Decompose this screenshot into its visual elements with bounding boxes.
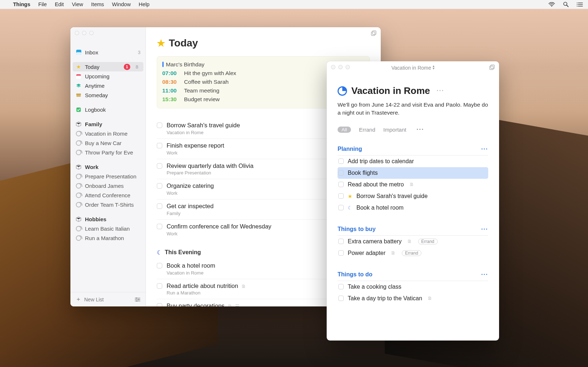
sidebar-project[interactable]: Buy a New Car — [70, 138, 146, 148]
minimize-button[interactable] — [82, 31, 86, 35]
checkbox[interactable] — [338, 182, 344, 187]
sidebar-count: 3 — [138, 50, 140, 55]
menu-view[interactable]: View — [72, 1, 83, 7]
app-menu[interactable]: Things — [13, 1, 30, 7]
stack-icon — [75, 83, 82, 89]
checkbox[interactable] — [157, 163, 162, 169]
sidebar-project[interactable]: Order Team T-Shirts — [70, 200, 146, 209]
todo-item[interactable]: ☾Book a hotel room — [338, 202, 488, 214]
checkbox[interactable] — [338, 170, 344, 176]
todo-item[interactable]: Power adapter🗎Errand — [338, 247, 488, 259]
pie-icon — [75, 226, 82, 232]
section-heading[interactable]: Planning··· — [338, 146, 488, 156]
svg-point-7 — [577, 4, 577, 5]
menu-extras-icon[interactable] — [577, 2, 583, 7]
menu-help[interactable]: Help — [139, 1, 150, 7]
sidebar-inbox[interactable]: Inbox 3 — [70, 48, 146, 57]
checkbox[interactable] — [157, 283, 162, 289]
more-icon[interactable]: ··· — [481, 146, 488, 152]
sidebar-project[interactable]: Run a Marathon — [70, 233, 146, 243]
sidebar-project[interactable]: Vacation in Rome — [70, 129, 146, 138]
sidebar-project[interactable]: Prepare Presentation — [70, 172, 146, 181]
checkbox[interactable] — [157, 263, 162, 268]
more-icon[interactable]: ··· — [481, 271, 488, 278]
wifi-icon[interactable] — [548, 2, 555, 7]
todo-item[interactable]: Book flights — [338, 167, 488, 179]
todo-item[interactable]: Extra camera battery🗎Errand — [338, 236, 488, 247]
moon-icon: ☾ — [157, 249, 162, 256]
todo-title: Take a cooking class — [348, 284, 401, 290]
window-stack-icon[interactable] — [371, 30, 376, 36]
section-heading[interactable]: Things to buy··· — [338, 226, 488, 236]
filter-important[interactable]: Important — [383, 127, 406, 133]
checkbox[interactable] — [157, 303, 162, 306]
sidebar-anytime[interactable]: Anytime — [70, 81, 146, 90]
checkbox[interactable] — [338, 296, 344, 301]
checkbox[interactable] — [157, 224, 162, 229]
menu-window[interactable]: Window — [112, 1, 131, 7]
svg-point-23 — [136, 300, 138, 302]
pie-icon — [75, 131, 82, 137]
checkbox[interactable] — [157, 183, 162, 189]
todo-item[interactable]: Take a cooking class — [338, 281, 488, 293]
sidebar-today[interactable]: ★ Today 1 8 — [73, 62, 143, 71]
sidebar-area[interactable]: Hobbies — [70, 214, 146, 224]
sidebar-area[interactable]: Work — [70, 162, 146, 172]
checkbox[interactable] — [338, 239, 344, 244]
sidebar-area[interactable]: Family — [70, 119, 146, 129]
more-icon[interactable]: ··· — [481, 226, 488, 232]
close-button[interactable] — [75, 31, 79, 35]
project-description[interactable]: We'll go from June 14-22 and visit Eva a… — [338, 101, 488, 117]
svg-rect-9 — [371, 32, 375, 36]
svg-point-0 — [551, 5, 552, 7]
todo-item[interactable]: ★Borrow Sarah's travel guide — [338, 190, 488, 202]
project-title: Vacation in Rome ··· — [338, 85, 488, 96]
checkbox[interactable] — [157, 203, 162, 209]
checkbox[interactable] — [338, 284, 344, 289]
plus-icon[interactable]: ＋ — [75, 296, 81, 303]
zoom-button[interactable] — [89, 31, 94, 35]
spotlight-icon[interactable] — [563, 1, 569, 7]
more-icon[interactable]: ··· — [416, 126, 424, 133]
heading-text: Planning — [338, 146, 362, 152]
pie-icon — [75, 183, 82, 189]
todo-title: Book flights — [348, 170, 378, 176]
tag[interactable]: Errand — [402, 250, 421, 256]
more-icon[interactable]: ··· — [437, 87, 444, 95]
menu-edit[interactable]: Edit — [55, 1, 64, 7]
project-label: Vacation in Rome — [85, 131, 140, 137]
sidebar-project[interactable]: Learn Basic Italian — [70, 224, 146, 233]
checkbox[interactable] — [157, 143, 162, 148]
sidebar-project[interactable]: Throw Party for Eve — [70, 148, 146, 157]
todo-title: Book a hotel room — [167, 262, 215, 269]
sidebar-label: Inbox — [85, 49, 135, 55]
menu-file[interactable]: File — [38, 1, 47, 7]
menu-items[interactable]: Items — [91, 1, 104, 7]
checkbox[interactable] — [338, 205, 344, 210]
todo-item[interactable]: Read about the metro🗎 — [338, 179, 488, 190]
todo-title: Book a hotel room — [356, 205, 404, 211]
checkbox[interactable] — [157, 123, 162, 128]
sidebar-someday[interactable]: Someday — [70, 90, 146, 100]
todo-item[interactable]: Add trip dates to calendar — [338, 156, 488, 167]
new-list-button[interactable]: New List — [84, 297, 132, 302]
filter-all[interactable]: All — [338, 127, 351, 133]
tag[interactable]: Errand — [418, 239, 438, 244]
todo-item[interactable]: Take a day trip to the Vatican🗎 — [338, 293, 488, 304]
window-title[interactable]: Vacation in Rome▴▾ — [327, 65, 499, 71]
sidebar-upcoming[interactable]: Upcoming — [70, 71, 146, 81]
note-icon: 🗎 — [409, 182, 414, 187]
sidebar-project[interactable]: Attend Conference — [70, 190, 146, 200]
section-heading[interactable]: Things to do··· — [338, 271, 488, 281]
sidebar-logbook[interactable]: Logbook — [70, 105, 146, 114]
checkbox[interactable] — [338, 193, 344, 199]
todo-title: Read article about nutrition 🗎 — [167, 283, 246, 290]
checkbox[interactable] — [338, 250, 344, 256]
window-stack-icon[interactable] — [489, 65, 495, 70]
checkbox[interactable] — [338, 158, 344, 164]
pie-icon — [75, 235, 82, 241]
settings-icon[interactable] — [135, 297, 140, 302]
filter-errand[interactable]: Errand — [359, 127, 375, 133]
sidebar-project[interactable]: Onboard James — [70, 181, 146, 190]
project-label: Learn Basic Italian — [85, 226, 140, 232]
